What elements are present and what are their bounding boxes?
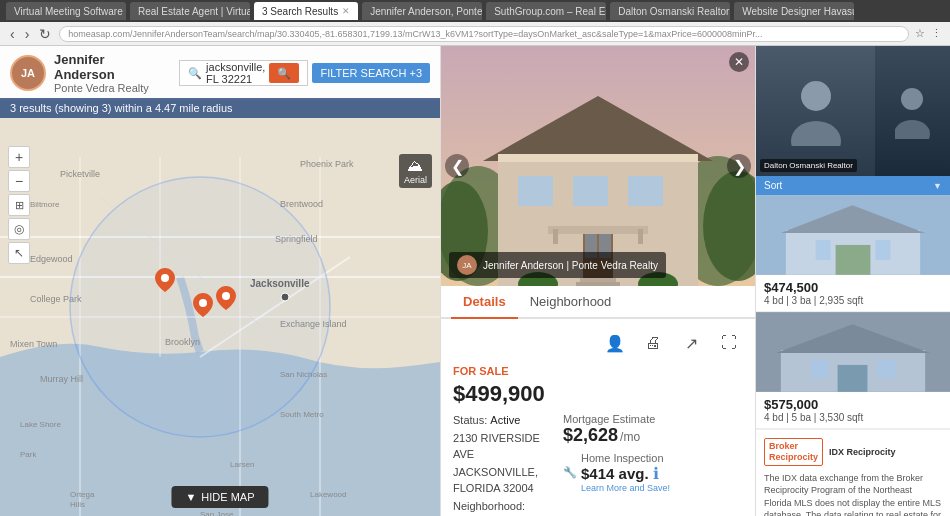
- cursor-button[interactable]: ↖: [8, 242, 30, 264]
- tab-6[interactable]: Dalton Osmanski Realtor – Just... ✕: [610, 2, 730, 20]
- broker-box: Broker Reciprocity IDX Reciprocity The I…: [756, 429, 950, 516]
- inspection-price: $414 avg.: [581, 465, 649, 482]
- listing-details: 👤 🖨 ↗ ⛶ FOR SALE $499,900 Status: Active…: [441, 319, 755, 516]
- svg-rect-45: [518, 176, 553, 206]
- tab-5[interactable]: SuthGroup.com – Real Estate P... ✕: [486, 2, 606, 20]
- forward-button[interactable]: ›: [23, 26, 32, 42]
- listing-card-1[interactable]: $474,500 4 bd | 3 ba | 2,935 sqft: [756, 195, 950, 312]
- listing-panel: ✕ ❮ ❯ JA Jennifer Anderson | Ponte Vedra…: [440, 46, 755, 516]
- location-button[interactable]: ◎: [8, 218, 30, 240]
- tab-3-close[interactable]: ✕: [342, 6, 350, 16]
- search-input[interactable]: jacksonville, FL 32221: [206, 61, 265, 85]
- agent-bar: JA Jennifer Anderson Ponte Vedra Realty …: [0, 46, 440, 100]
- svg-text:Larsen: Larsen: [230, 460, 254, 469]
- search-button[interactable]: 🔍: [269, 63, 299, 83]
- broker-header: Broker Reciprocity IDX Reciprocity: [764, 438, 942, 466]
- svg-text:South Metro: South Metro: [280, 410, 324, 419]
- svg-text:Phoenix Park: Phoenix Park: [300, 159, 354, 169]
- hide-map-button[interactable]: ▼ HIDE MAP: [171, 486, 268, 508]
- filter-button[interactable]: FILTER SEARCH +3: [312, 63, 430, 83]
- map-view[interactable]: Picketville Biltmore Phoenix Park Brentw…: [0, 98, 440, 516]
- map-pin-3[interactable]: [216, 286, 236, 313]
- photo-close-button[interactable]: ✕: [729, 52, 749, 72]
- video-side-speaker: [875, 46, 950, 176]
- inspection-link[interactable]: Learn More and Save!: [581, 483, 670, 493]
- listing-card-2[interactable]: $575,000 4 bd | 5 ba | 3,530 sqft: [756, 312, 950, 429]
- photo-agent-avatar: JA: [457, 255, 477, 275]
- expand-icon[interactable]: ⛶: [715, 329, 743, 357]
- svg-rect-72: [838, 365, 868, 392]
- share-icon[interactable]: ↗: [677, 329, 705, 357]
- listings-list: $474,500 4 bd | 3 ba | 2,935 sqft: [756, 195, 950, 516]
- svg-text:Lake Shore: Lake Shore: [20, 420, 61, 429]
- photo-prev-button[interactable]: ❮: [445, 154, 469, 178]
- map-controls: + − ⊞ ◎ ↖: [8, 146, 30, 264]
- person-icon[interactable]: 👤: [601, 329, 629, 357]
- map-panel: JA Jennifer Anderson Ponte Vedra Realty …: [0, 46, 440, 516]
- svg-rect-66: [836, 245, 871, 275]
- tab-1[interactable]: Virtual Meeting Software | Just... ✕: [6, 2, 126, 20]
- listing-card-2-image: [756, 312, 950, 392]
- listing-card-1-price: $474,500: [764, 280, 942, 295]
- status-row: Status: Active: [453, 413, 543, 428]
- listing-tabs: Details Neighborhood: [441, 286, 755, 319]
- tab-neighborhood[interactable]: Neighborhood: [518, 286, 624, 319]
- zoom-out-button[interactable]: −: [8, 170, 30, 192]
- address-bar-row: ‹ › ↻ homeasap.com/JenniferAndersonTeam/…: [0, 22, 950, 46]
- photo-agent-badge: JA Jennifer Anderson | Ponte Vedra Realt…: [449, 252, 666, 278]
- agent-name: Jennifer Anderson: [54, 52, 163, 82]
- menu-icon[interactable]: ⋮: [931, 27, 942, 40]
- svg-rect-68: [875, 240, 890, 260]
- svg-text:Murray Hill: Murray Hill: [40, 374, 83, 384]
- action-icons: 👤 🖨 ↗ ⛶: [453, 329, 743, 357]
- svg-text:Brooklyn: Brooklyn: [165, 337, 200, 347]
- photo-next-button[interactable]: ❯: [727, 154, 751, 178]
- svg-point-61: [901, 88, 923, 110]
- main-speaker-avatar: [791, 76, 841, 146]
- svg-rect-67: [816, 240, 831, 260]
- inspection-info-icon[interactable]: ℹ: [653, 464, 659, 483]
- svg-rect-74: [877, 360, 895, 378]
- listing-card-2-stats: 4 bd | 5 ba | 3,530 sqft: [764, 412, 942, 423]
- address-input[interactable]: homeasap.com/JenniferAndersonTeam/search…: [59, 26, 909, 42]
- avatar: JA: [10, 55, 46, 91]
- broker-logo: Broker Reciprocity: [764, 438, 823, 466]
- tab-3-active[interactable]: 3 Search Results ✕: [254, 2, 358, 20]
- listing-card-1-photo: [756, 195, 950, 275]
- svg-rect-52: [553, 229, 558, 244]
- map-pin-1[interactable]: [155, 268, 175, 295]
- svg-rect-47: [628, 176, 663, 206]
- wrench-icon: 🔧: [563, 466, 577, 479]
- tab-details[interactable]: Details: [451, 286, 518, 319]
- address-row: 2130 RIVERSIDE AVE: [453, 431, 543, 462]
- tab-7[interactable]: Website Designer Havasu City... ✕: [734, 2, 854, 20]
- back-button[interactable]: ‹: [8, 26, 17, 42]
- bookmark-icon[interactable]: ☆: [915, 27, 925, 40]
- listing-photo-bg: [441, 46, 755, 286]
- svg-rect-73: [811, 360, 829, 378]
- svg-rect-54: [576, 282, 620, 286]
- listing-card-2-photo: [756, 312, 950, 392]
- listing-card-1-stats: 4 bd | 3 ba | 2,935 sqft: [764, 295, 942, 306]
- tab-2[interactable]: Real Estate Agent | Virtual Meeti... ✕: [130, 2, 250, 20]
- inspection-row: 🔧 Home Inspection $414 avg. ℹ Learn More…: [563, 452, 743, 493]
- broker-text: The IDX data exchange from the Broker Re…: [764, 472, 942, 516]
- listing-card-1-info: $474,500 4 bd | 3 ba | 2,935 sqft: [756, 275, 950, 311]
- browser-toolbar: ☆ ⋮: [915, 27, 942, 40]
- map-pin-2[interactable]: 2: [193, 293, 213, 320]
- sort-bar: Sort ▼: [756, 176, 950, 195]
- tab-4[interactable]: Jennifer Anderson, Ponte Veda... ✕: [362, 2, 482, 20]
- print-icon[interactable]: 🖨: [639, 329, 667, 357]
- broker-title: IDX Reciprocity: [829, 447, 896, 457]
- svg-text:Brentwood: Brentwood: [280, 199, 323, 209]
- side-speaker-avatar: [895, 84, 930, 139]
- refresh-button[interactable]: ↻: [37, 26, 53, 42]
- listing-price: $499,900: [453, 381, 743, 407]
- zoom-in-button[interactable]: +: [8, 146, 30, 168]
- svg-point-62: [895, 120, 930, 139]
- svg-rect-44: [498, 154, 698, 162]
- map-type-button[interactable]: ⛰ Aerial: [399, 154, 432, 188]
- svg-point-59: [801, 81, 831, 111]
- svg-text:Ortega: Ortega: [70, 490, 95, 499]
- layers-button[interactable]: ⊞: [8, 194, 30, 216]
